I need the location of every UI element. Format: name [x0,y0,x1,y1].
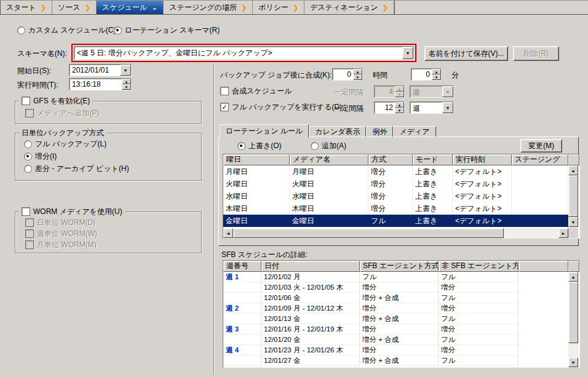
rotation-tab-strip: ローテーション ルール カレンダ表示 例外 メディア [220,124,436,138]
column-header[interactable]: 曜日 [223,154,290,165]
makeup-label: バックアップ ジョブ後に合成(K): [220,70,332,81]
column-header[interactable]: 非 SFB エージェント方... [439,261,518,272]
column-header[interactable]: メディア名 [290,154,368,165]
table-row[interactable]: 12/01/20 金 増分 + 合成 フル [223,335,568,345]
table-row[interactable]: 水曜日 水曜日 増分 上書き <デフォルト> [223,190,568,202]
scrollbar-track[interactable] [504,228,558,238]
table-row-selected[interactable]: 金曜日 金曜日 フル 上書き <デフォルト> [223,215,568,227]
full-backup-checkbox[interactable]: ✓ フル バックアップを実行する(D) [220,102,342,112]
scheme-name-select[interactable]: <週 5 日: 増分バックアップ、金曜日にフル バックアップ> ▼ [74,46,414,60]
table-cell: 金曜日 [290,215,368,227]
scrollbar-thumb[interactable] [568,175,578,217]
table-row[interactable]: 週 2 12/01/09 月 - 12/01/12 木 増分 増分 [223,303,568,314]
spin-down-button[interactable]: ▼ [122,84,131,90]
exec-time-value: 13:16:18 [70,79,122,90]
spin-up-button[interactable]: ▲ [395,102,404,108]
chevron-right-icon: ❯ [383,4,388,12]
radio-append[interactable]: 追加(A) [311,141,346,151]
radio-label: カスタム スケジュール(C) [28,25,116,36]
start-date-select[interactable]: 2012/01/01 ▼ [69,64,132,76]
synth-schedule-checkbox[interactable]: 合成スケジュール [220,86,292,96]
scroll-up-icon[interactable]: ▲ [568,165,578,175]
scroll-up-icon[interactable]: ▲ [568,272,578,282]
horizontal-scrollbar[interactable]: ◄ ► [223,228,568,238]
chevron-right-icon: ❯ [41,4,46,12]
scrollbar-thumb[interactable] [568,282,578,343]
spin-down-button[interactable]: ▼ [395,108,404,113]
scrollbar-thumb[interactable] [233,228,504,238]
tab-destination[interactable]: デスティネーション ❯ [304,1,394,14]
column-header[interactable]: 日付 [261,261,360,272]
spin-up-button[interactable]: ▲ [122,79,131,84]
radio-incremental[interactable]: 増分(I) [24,151,57,161]
checkbox-icon [25,218,34,227]
tab-start[interactable]: スタート ❯ [1,1,52,14]
scroll-right-icon[interactable]: ► [558,228,568,238]
radio-differential[interactable]: 差分 - アーカイブ ビット(H) [24,164,129,173]
column-header[interactable]: 実行時刻 [453,154,512,165]
table-row[interactable]: 12/01/06 金 増分 + 合成 フル [223,293,568,303]
radio-rotation-scheme[interactable]: ローテーション スキーマ(R) [114,25,220,35]
table-row[interactable]: 12/01/13 金 増分 + 合成 フル [223,314,568,324]
schedule-screen: スタート ❯ ソース ❯ スケジュール ⌄ ステージングの場所 ❯ ポリシー ❯… [0,0,588,377]
dropdown-arrow-icon[interactable]: ▼ [442,102,453,113]
column-header[interactable]: モード [413,154,453,165]
scroll-down-icon[interactable]: ▼ [568,357,578,367]
spin-up-button[interactable]: ▲ [353,69,362,74]
spin-down-button[interactable]: ▼ [353,74,362,80]
column-header[interactable]: ステージング [512,154,568,165]
radio-overwrite[interactable]: 上書き(O) [237,141,282,151]
tab-schedule[interactable]: スケジュール ⌄ [97,1,164,14]
full-unit-select[interactable]: 週 ▼ [410,101,454,114]
full-interval-input[interactable]: 12 ▲ ▼ [374,101,405,114]
rotation-rules-table: 曜日 メディア名 方式 モード 実行時刻 ステージング 月曜日 月曜日 増分 上… [223,154,580,239]
gfs-enable-checkbox[interactable]: GFS を有効化(E) [22,96,90,106]
table-row[interactable]: 週 3 12/01/16 月 - 12/01/19 木 増分 増分 [223,324,568,335]
table-cell [512,202,568,215]
table-cell: 増分 [439,303,518,314]
tab-label: ステージングの場所 [169,2,237,13]
column-header[interactable]: 方式 [368,154,413,165]
table-row[interactable]: 木曜日 木曜日 増分 上書き <デフォルト> [223,202,568,215]
table-row[interactable]: 週 4 12/01/23 月 - 12/01/26 木 増分 増分 [223,345,568,355]
worm-groupbox: WORM メディアを使用(U) 日単位 WORM(D) 週単位 WORM(W) … [15,212,202,253]
table-cell: 上書き [413,215,453,227]
tab-source[interactable]: ソース ❯ [52,1,97,14]
table-row[interactable]: 12/01/27 金 増分 + 合成 フル [223,355,568,366]
table-row[interactable]: 月曜日 月曜日 増分 上書き <デフォルト> [223,165,568,178]
tab-policy[interactable]: ポリシー ❯ [253,1,304,14]
scroll-left-icon[interactable]: ◄ [223,228,233,238]
checkbox-icon [25,240,34,249]
column-header[interactable]: SFB エージェント方式 [360,261,439,272]
scroll-down-icon[interactable]: ▼ [568,217,578,227]
save-as-button[interactable]: 名前を付けて保存(V)... [424,46,508,61]
gfs-groupbox: GFS を有効化(E) メディアへ追加(P) [15,101,202,124]
dropdown-arrow-icon[interactable]: ▼ [120,65,131,76]
table-row[interactable]: 12/01/03 火 - 12/01/05 木 増分 増分 [223,282,568,293]
makeup-minutes-input[interactable]: 0 ▲ ▼ [411,68,442,81]
table-cell: <デフォルト> [453,165,512,178]
scrollbar-track[interactable] [568,343,578,357]
exec-time-input[interactable]: 13:16:18 ▲ ▼ [69,78,132,90]
vertical-scrollbar[interactable]: ▲ ▼ [568,165,578,228]
chevron-right-icon: ❯ [85,4,90,12]
wizard-tabs: スタート ❯ ソース ❯ スケジュール ⌄ ステージングの場所 ❯ ポリシー ❯… [0,1,395,14]
table-row[interactable]: 週 1 12/01/02 月 フル フル [223,272,568,282]
table-row[interactable]: 火曜日 火曜日 増分 上書き <デフォルト> [223,178,568,190]
radio-custom-schedule[interactable]: カスタム スケジュール(C) [17,25,116,35]
spin-up-button[interactable]: ▲ [432,69,441,74]
change-button[interactable]: 変更(M) [520,139,562,153]
table-cell: 上書き [413,178,453,190]
makeup-hours-input[interactable]: 0 ▲ ▼ [332,68,363,81]
tab-rotation-rules[interactable]: ローテーション ルール [220,124,309,138]
daily-method-groupbox: 日単位バックアップ方式 フル バックアップ(L) 増分(I) 差分 - アーカイ… [15,133,202,181]
spin-down-button[interactable]: ▼ [432,74,441,80]
column-header[interactable]: 週番号 [223,261,261,272]
tab-staging-location[interactable]: ステージングの場所 ❯ [164,1,253,14]
dropdown-arrow-icon[interactable]: ▼ [402,47,413,59]
radio-icon [114,26,122,34]
vertical-scrollbar[interactable]: ▲ ▼ [568,272,578,367]
radio-full-backup[interactable]: フル バックアップ(L) [24,139,106,149]
worm-use-checkbox[interactable]: WORM メディアを使用(U) [22,207,122,216]
table-cell: 12/01/13 金 [261,314,360,324]
